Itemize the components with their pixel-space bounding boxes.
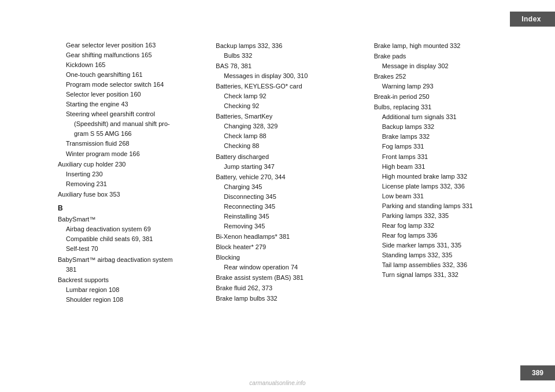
entry-sub: Reconnecting 345 [216, 202, 362, 212]
entry-sub2: (Speedshift) and manual shift pro- [58, 119, 204, 129]
entry-sub: High beam 331 [374, 162, 520, 172]
entry-sub: Check lamp 92 [216, 91, 362, 101]
entry-sub: Selector lever position 160 [58, 90, 204, 99]
entry-sub: Removing 345 [216, 221, 362, 231]
entry-sub: 381 [58, 265, 204, 275]
entry-sub: Checking 88 [216, 141, 362, 151]
content-area: Gear selector lever position 163Gear shi… [58, 40, 520, 357]
entry-sub: Rear window operation 74 [216, 262, 362, 272]
entry-sub: Gear selector lever position 163 [58, 40, 204, 50]
entry-sub: Fog lamps 331 [374, 142, 520, 151]
page-number: 389 [520, 365, 555, 380]
entry-sub: One-touch gearshifting 161 [58, 70, 204, 80]
entry-main: Block heater* 279 [216, 242, 362, 252]
entry-sub: Messages in display 300, 310 [216, 71, 362, 81]
entry-main: BabySmart™ [58, 215, 204, 224]
entry-sub: Starting the engine 43 [58, 99, 204, 109]
section-letter: B [58, 203, 204, 214]
entry-sub: Gear shifting malfunctions 165 [58, 50, 204, 60]
entry-main: Batteries, SmartKey [216, 112, 362, 121]
entry-sub: Transmission fluid 268 [58, 139, 204, 149]
entry-sub: Changing 328, 329 [216, 121, 362, 131]
entry-sub: Lumbar region 108 [58, 285, 204, 295]
entry-sub: Reinstalling 345 [216, 212, 362, 221]
entry-main: Brake fluid 262, 373 [216, 283, 362, 293]
entry-main: Brake assist system (BAS) 381 [216, 273, 362, 283]
entry-sub: Removing 231 [58, 179, 204, 189]
entry-main: Batteries, KEYLESS-GO* card [216, 82, 362, 91]
entry-sub: Front lamps 331 [374, 152, 520, 162]
entry-sub: Jump starting 347 [216, 162, 362, 172]
entry-main: Battery, vehicle 270, 344 [216, 172, 362, 182]
entry-sub: Self-test 70 [58, 244, 204, 254]
entry-sub: Parking lamps 332, 335 [374, 211, 520, 221]
entry-sub: Parking and standing lamps 331 [374, 201, 520, 211]
entry-sub: Check lamp 88 [216, 131, 362, 141]
column-2: Backup lamps 332, 336Bulbs 332BAS 78, 38… [216, 40, 373, 357]
entry-sub: Checking 92 [216, 101, 362, 111]
entry-main: Blocking [216, 253, 362, 262]
entry-sub: Steering wheel gearshift control [58, 109, 204, 119]
index-tab: Index [510, 12, 555, 27]
entry-sub: Low beam 331 [374, 191, 520, 201]
index-tab-label: Index [521, 15, 541, 23]
entry-sub: Winter program mode 166 [58, 149, 204, 159]
entry-sub: Rear fog lamp 332 [374, 221, 520, 231]
entry-sub: Additional turn signals 331 [374, 112, 520, 122]
entry-main: Bi-Xenon headlamps* 381 [216, 232, 362, 242]
entry-main: Backup lamps 332, 336 [216, 41, 362, 51]
page-number-value: 389 [532, 369, 543, 377]
entry-sub: Disconnecting 345 [216, 192, 362, 202]
entry-main: Brakes 252 [374, 72, 520, 82]
entry-sub: Inserting 230 [58, 169, 204, 179]
entry-sub: Shoulder region 108 [58, 295, 204, 305]
entry-main: BAS 78, 381 [216, 61, 362, 71]
entry-main: Auxiliary fuse box 353 [58, 190, 204, 199]
entry-sub: Standing lamps 332, 335 [374, 250, 520, 260]
column-1: Gear selector lever position 163Gear shi… [58, 40, 216, 357]
entry-main: Battery discharged [216, 152, 362, 162]
entry-main: Brake lamp, high mounted 332 [374, 41, 520, 51]
entry-sub: Rear fog lamps 336 [374, 231, 520, 241]
entry-main: Bulbs, replacing 331 [374, 102, 520, 112]
entry-sub: License plate lamps 332, 336 [374, 182, 520, 191]
entry-main: Break-in period 250 [374, 92, 520, 102]
entry-sub: Airbag deactivation system 69 [58, 224, 204, 234]
entry-sub: Backup lamps 332 [374, 122, 520, 132]
entry-sub: Brake lamps 332 [374, 132, 520, 142]
entry-sub: Program mode selector switch 164 [58, 80, 204, 90]
watermark: carmanualsonline.info [249, 380, 305, 386]
page-container: Index Gear selector lever position 163Ge… [0, 0, 555, 392]
entry-sub: Warning lamp 293 [374, 82, 520, 91]
entry-sub: Side marker lamps 331, 335 [374, 241, 520, 250]
entry-sub: Turn signal lamps 331, 332 [374, 270, 520, 280]
entry-main: Brake pads [374, 51, 520, 61]
entry-sub2: gram S 55 AMG 166 [58, 129, 204, 139]
entry-sub: High mounted brake lamp 332 [374, 172, 520, 182]
column-3: Brake lamp, high mounted 332Brake padsMe… [374, 40, 520, 357]
entry-sub: Kickdown 165 [58, 60, 204, 70]
entry-sub: Tail lamp assemblies 332, 336 [374, 260, 520, 270]
watermark-text: carmanualsonline.info [249, 380, 305, 386]
entry-main: Backrest supports [58, 275, 204, 285]
entry-sub: Charging 345 [216, 182, 362, 192]
entry-sub: Bulbs 332 [216, 51, 362, 61]
entry-sub: Compatible child seats 69, 381 [58, 234, 204, 244]
entry-main: BabySmart™ airbag deactivation system [58, 255, 204, 265]
entry-main: Auxiliary cup holder 230 [58, 160, 204, 169]
entry-sub: Message in display 302 [374, 61, 520, 71]
entry-main: Brake lamp bulbs 332 [216, 294, 362, 304]
